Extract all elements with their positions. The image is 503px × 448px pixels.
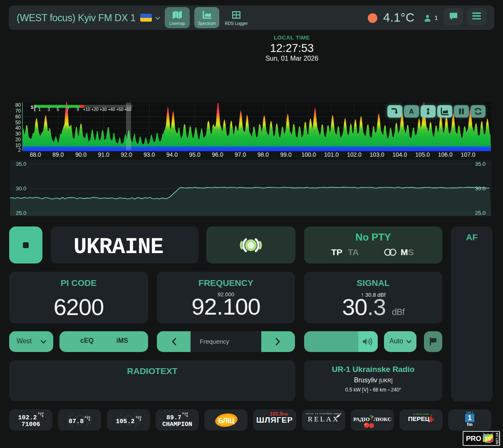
svg-text:БЛІЦ: БЛІЦ	[218, 417, 235, 424]
svg-text:25.0: 25.0	[16, 210, 26, 216]
svg-text:1: 1	[139, 418, 141, 421]
svg-text:30.0: 30.0	[16, 185, 26, 192]
svg-text:1: 1	[186, 414, 188, 417]
svg-text:25.0: 25.0	[475, 210, 486, 216]
svg-text:30.0: 30.0	[475, 185, 486, 192]
svg-text:1: 1	[42, 414, 44, 417]
svg-text:35.0: 35.0	[475, 161, 486, 167]
svg-text:35.0: 35.0	[16, 161, 26, 167]
svg-text:1: 1	[88, 418, 90, 421]
svg-text:TV: TV	[485, 436, 492, 442]
